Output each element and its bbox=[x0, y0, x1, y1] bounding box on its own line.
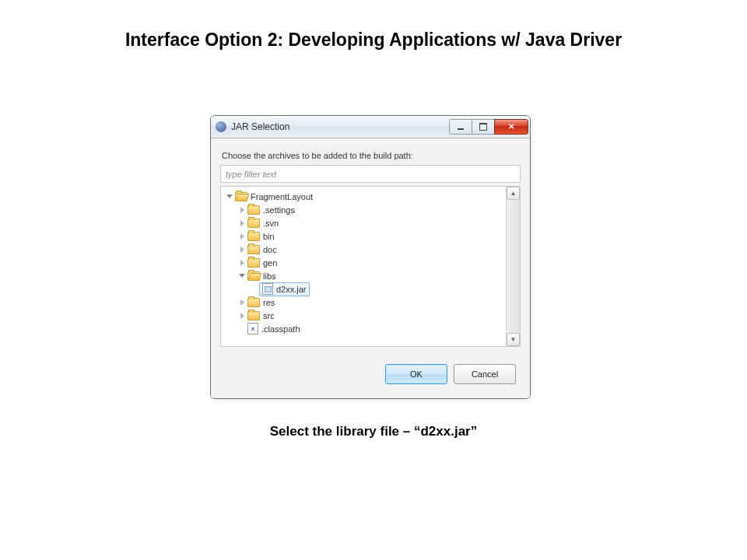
expand-toggle-icon[interactable] bbox=[238, 299, 246, 306]
maximize-button[interactable] bbox=[472, 119, 495, 135]
eclipse-icon bbox=[216, 121, 226, 132]
expand-toggle-icon[interactable] bbox=[238, 233, 246, 240]
tree-item-bin[interactable]: bin bbox=[223, 229, 506, 243]
filter-input[interactable]: type filter text bbox=[220, 165, 521, 183]
spacer-icon bbox=[238, 325, 246, 333]
folder-icon bbox=[247, 258, 260, 268]
dialog-title: JAR Selection bbox=[231, 121, 450, 132]
tree-item-label: .classpath bbox=[261, 324, 300, 334]
cancel-button[interactable]: Cancel bbox=[454, 364, 516, 384]
tree-item-doc[interactable]: doc bbox=[223, 243, 506, 256]
tree-item-gen[interactable]: gen bbox=[223, 256, 506, 269]
scroll-up-icon[interactable]: ▲ bbox=[507, 187, 520, 200]
titlebar[interactable]: JAR Selection bbox=[211, 116, 530, 138]
vertical-scrollbar[interactable]: ▲ ▼ bbox=[506, 187, 520, 346]
tree-item-fragmentlayout[interactable]: FragmentLayout bbox=[223, 190, 506, 203]
tree-item-label: .svn bbox=[263, 219, 279, 228]
archive-tree: FragmentLayout .settings .svn bbox=[220, 186, 521, 347]
tree-item-label: libs bbox=[263, 271, 276, 281]
folder-icon bbox=[247, 219, 260, 228]
expand-toggle-icon[interactable] bbox=[238, 219, 246, 227]
expand-toggle-icon[interactable] bbox=[226, 193, 233, 201]
dialog-instruction: Choose the archives to be added to the b… bbox=[222, 151, 519, 160]
expand-toggle-icon[interactable] bbox=[238, 206, 246, 214]
tree-item-label: src bbox=[263, 311, 275, 320]
window-control-group bbox=[450, 119, 528, 135]
scroll-down-icon[interactable]: ▼ bbox=[507, 333, 520, 346]
xml-file-icon: x bbox=[247, 323, 258, 334]
tree-item-libs[interactable]: libs bbox=[223, 269, 506, 282]
tree-item-label: d2xx.jar bbox=[276, 285, 307, 294]
tree-item-label: gen bbox=[263, 258, 277, 268]
expand-toggle-icon[interactable] bbox=[238, 246, 246, 254]
tree-item-label: bin bbox=[263, 232, 275, 241]
tree-item-res[interactable]: res bbox=[223, 296, 506, 309]
expand-toggle-icon[interactable] bbox=[238, 259, 246, 267]
tree-item-svn[interactable]: .svn bbox=[223, 216, 506, 229]
tree-item-label: FragmentLayout bbox=[251, 192, 313, 201]
folder-icon bbox=[247, 205, 260, 215]
folder-icon bbox=[247, 311, 260, 320]
ok-button[interactable]: OK bbox=[385, 364, 447, 384]
jar-file-icon bbox=[262, 283, 273, 295]
folder-open-icon bbox=[235, 192, 247, 201]
tree-item-label: doc bbox=[263, 245, 277, 254]
jar-selection-dialog: JAR Selection Choose the archives to be … bbox=[210, 115, 531, 399]
expand-toggle-icon[interactable] bbox=[238, 272, 246, 280]
tree-item-classpath[interactable]: x .classpath bbox=[223, 322, 506, 335]
folder-open-icon bbox=[247, 271, 260, 281]
minimize-button[interactable] bbox=[449, 119, 472, 135]
folder-icon bbox=[247, 232, 260, 241]
expand-toggle-icon[interactable] bbox=[238, 312, 246, 320]
tree-item-src[interactable]: src bbox=[223, 309, 506, 322]
close-button[interactable] bbox=[494, 119, 528, 135]
spacer-icon bbox=[251, 285, 258, 293]
folder-icon bbox=[247, 298, 260, 307]
tree-item-label: .settings bbox=[263, 205, 295, 215]
slide-caption: Select the library file – “d2xx.jar” bbox=[0, 424, 747, 439]
slide-title: Interface Option 2: Developing Applicati… bbox=[0, 30, 747, 51]
tree-item-label: res bbox=[263, 298, 275, 307]
tree-item-settings[interactable]: .settings bbox=[223, 203, 506, 216]
folder-icon bbox=[247, 245, 260, 254]
tree-item-d2xx-jar[interactable]: d2xx.jar bbox=[223, 282, 506, 296]
